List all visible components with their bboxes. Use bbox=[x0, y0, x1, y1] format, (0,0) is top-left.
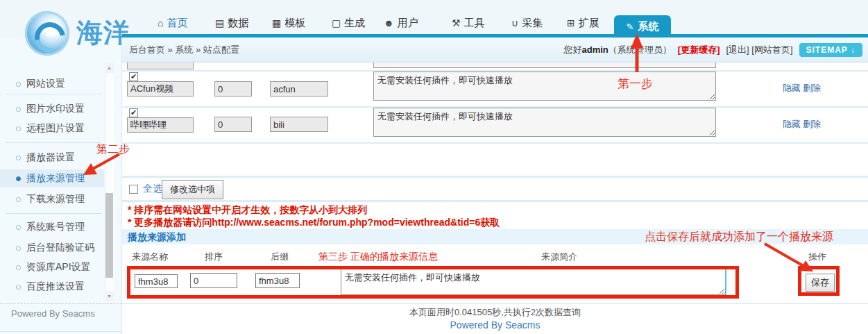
page-stats-text: 本页面用时0.041505秒,共执行2次数据查询 bbox=[122, 306, 868, 319]
source-suffix-input[interactable] bbox=[270, 81, 328, 97]
new-source-suffix-input[interactable] bbox=[255, 273, 300, 288]
save-button[interactable]: 保存 bbox=[806, 274, 835, 292]
sidebar-item-watermark[interactable]: 图片水印设置 bbox=[0, 100, 104, 118]
source-name-input[interactable] bbox=[127, 81, 194, 97]
section-divider bbox=[122, 200, 868, 202]
source-order-input[interactable] bbox=[214, 117, 252, 132]
source-suffix-input[interactable] bbox=[270, 117, 328, 132]
nav-label: 首页 bbox=[167, 17, 187, 30]
sidebar-item-baidu-push[interactable]: 百度推送设置 bbox=[0, 278, 104, 296]
step3-annotation: 第三步 正确的播放来源信息 bbox=[318, 251, 438, 263]
scrollbar-thumb[interactable] bbox=[105, 193, 113, 278]
source-order-input[interactable] bbox=[214, 81, 252, 97]
bullet-icon bbox=[16, 176, 21, 181]
sidebar-label: 下载来源管理 bbox=[26, 193, 85, 206]
nav-label: 扩展 bbox=[579, 17, 599, 30]
nav-tab-system-active[interactable]: ✎ 系统 bbox=[614, 15, 671, 37]
main-content: ✔ 无需安装任何插件，即可快速播放 隐藏 删除 ✔ 无需安装任何插件，即可快速播… bbox=[122, 62, 868, 334]
sidebar-label: 资源库API设置 bbox=[26, 261, 91, 274]
sidebar-item-play-source-active[interactable]: 播放来源管理 bbox=[0, 169, 104, 187]
nav-label: 用户 bbox=[398, 17, 418, 30]
sidebar-item-remote-image[interactable]: 远程图片设置 bbox=[0, 119, 104, 137]
sidebar-item-player-settings[interactable]: 播放器设置 bbox=[0, 149, 104, 167]
template-icon: ▦ bbox=[272, 17, 281, 28]
sidebar-dashed-divider bbox=[0, 303, 122, 304]
scrollbar-up-button[interactable]: ▲ bbox=[105, 62, 114, 73]
sidebar-label: 网站设置 bbox=[26, 78, 65, 90]
sidebar-label: 后台登陆验证码 bbox=[26, 242, 94, 254]
row-checkbox[interactable]: ✔ bbox=[129, 108, 138, 117]
bullet-icon bbox=[16, 156, 21, 160]
sidebar-label: 图片水印设置 bbox=[26, 103, 85, 115]
scroll-down-icon: ▼ bbox=[107, 294, 112, 299]
greeting-text: 您好admin（系统管理员） bbox=[564, 44, 672, 56]
source-desc-textarea[interactable]: 无需安装任何插件，即可快速播放 bbox=[373, 72, 716, 101]
row-checkbox[interactable]: ✔ bbox=[129, 72, 138, 81]
sidebar-item-account[interactable]: 系统账号管理 bbox=[0, 218, 104, 236]
collect-icon: ∪ bbox=[511, 17, 518, 28]
nav-item-user[interactable]: ☻ 用户 bbox=[384, 15, 418, 31]
sidebar-item-api[interactable]: 资源库API设置 bbox=[0, 258, 104, 276]
column-header-desc: 来源简介 bbox=[541, 251, 577, 263]
delete-link[interactable]: 删除 bbox=[803, 118, 821, 131]
sitemap-button[interactable]: SITEMAP ↓ bbox=[799, 43, 862, 57]
sidebar-item-captcha[interactable]: 后台登陆验证码 bbox=[0, 239, 104, 257]
save-note-annotation: 点击保存后就成功添加了一个播放来源 bbox=[645, 230, 833, 244]
section-divider bbox=[122, 176, 868, 178]
system-icon: ✎ bbox=[627, 22, 634, 32]
bullet-icon bbox=[16, 246, 21, 251]
delete-link[interactable]: 删除 bbox=[803, 82, 821, 94]
new-source-name-input[interactable] bbox=[135, 274, 178, 288]
new-source-order-input[interactable] bbox=[190, 273, 237, 288]
home-icon: ⌂ bbox=[158, 17, 163, 28]
user-icon: ☻ bbox=[384, 17, 394, 28]
column-header-order: 排序 bbox=[205, 251, 223, 263]
sidebar-label: 系统账号管理 bbox=[26, 221, 85, 233]
step1-annotation: 第一步 bbox=[618, 76, 653, 92]
footer-divider bbox=[122, 303, 868, 304]
sidebar-item-site-settings[interactable]: 网站设置 bbox=[0, 75, 104, 93]
add-source-title: 播放来源添加 bbox=[128, 229, 186, 244]
nav-item-tools[interactable]: ⚒ 工具 bbox=[452, 15, 485, 31]
logout-home-links[interactable]: [退出] [网站首页] bbox=[726, 44, 792, 56]
more-players-note-text: * 更多播放器请访问http://www.seacms.net/forum.ph… bbox=[128, 217, 500, 229]
user-role: （系统管理员） bbox=[609, 44, 672, 55]
bullet-icon bbox=[16, 82, 21, 87]
column-header-suffix: 后缀 bbox=[271, 251, 289, 263]
scroll-up-icon: ▲ bbox=[107, 65, 112, 70]
sidebar-item-download-source[interactable]: 下载来源管理 bbox=[0, 190, 104, 208]
nav-item-generate[interactable]: ▢ 生成 bbox=[332, 15, 365, 31]
nav-label: 采集 bbox=[522, 17, 543, 30]
scrollbar-down-button[interactable]: ▼ bbox=[105, 291, 114, 301]
breadcrumb[interactable]: 后台首页 » 系统 » 站点配置 bbox=[129, 37, 239, 62]
hide-link[interactable]: 隐藏 bbox=[783, 82, 801, 94]
source-name-input[interactable] bbox=[127, 117, 194, 133]
hide-link[interactable]: 隐藏 bbox=[783, 118, 801, 131]
nav-item-data[interactable]: ▤ 数据 bbox=[215, 15, 248, 31]
username: admin bbox=[582, 44, 609, 55]
sidebar-divider bbox=[6, 94, 101, 94]
nav-label: 系统 bbox=[638, 20, 658, 33]
source-desc-textarea[interactable]: 无需安装任何插件，即可快速播放 bbox=[373, 108, 716, 137]
nav-item-extend[interactable]: ⊞ 扩展 bbox=[567, 15, 599, 31]
sidebar-label: 远程图片设置 bbox=[26, 122, 85, 135]
select-all-label[interactable]: 全选 bbox=[143, 183, 162, 195]
sidebar-label: 百度推送设置 bbox=[26, 281, 85, 293]
nav-item-home[interactable]: ⌂ 首页 bbox=[158, 15, 187, 31]
bullet-icon bbox=[16, 225, 21, 230]
select-all-checkbox[interactable] bbox=[129, 185, 138, 194]
seacms-admin-page: 海洋 ⌂ 首页 ▤ 数据 ▦ 模板 ▢ 生成 ☻ 用户 ⚒ 工具 ∪ 采集 ⊞ … bbox=[0, 0, 868, 334]
sort-note-text: * 排序需在网站设置中开启才生效，按数字从小到大排列 bbox=[128, 204, 367, 217]
source-desc-textarea-partial[interactable] bbox=[373, 62, 716, 68]
modify-selected-button[interactable]: 修改选中项 bbox=[162, 180, 223, 199]
sidebar-divider bbox=[6, 213, 101, 214]
source-name-input-partial[interactable] bbox=[127, 62, 194, 69]
nav-label: 工具 bbox=[464, 17, 485, 30]
refresh-cache-link[interactable]: [更新缓存] bbox=[678, 44, 720, 56]
nav-item-collect[interactable]: ∪ 采集 bbox=[511, 15, 543, 31]
new-source-desc-textarea[interactable]: 无需安装任何插件，即可快速播放 bbox=[341, 269, 726, 295]
footer-powered-by-link[interactable]: Powered By Seacms bbox=[122, 319, 868, 331]
nav-label: 模板 bbox=[284, 17, 305, 30]
nav-item-template[interactable]: ▦ 模板 bbox=[272, 15, 305, 31]
bullet-icon bbox=[16, 126, 21, 131]
